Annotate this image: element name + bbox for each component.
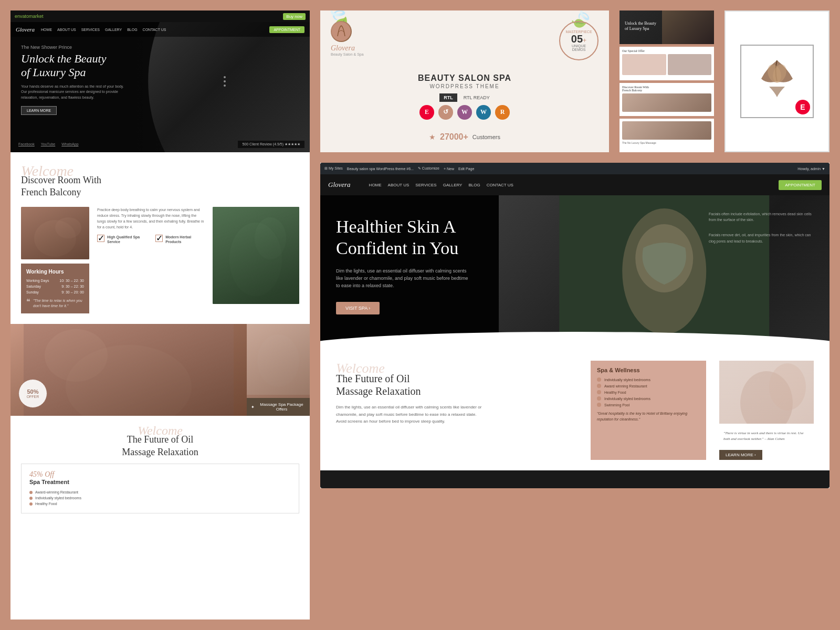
sale-dot-2 [29,497,33,500]
nav-logo: Glovera [16,26,35,33]
spa-dot-2 [597,384,601,388]
logo-inner: E [740,45,814,118]
admin-new[interactable]: + New [444,167,454,171]
site-nav-gallery[interactable]: GALLERY [443,183,463,187]
offer-label: OFFER [27,395,39,398]
spa-dot-4 [597,396,601,401]
wh-hours-2: 9: 30 – 22: 30 [61,285,84,288]
dot-2 [224,80,226,82]
appointment-button[interactable]: APPOINTMENT [269,26,304,33]
plugin-icons: E ↺ W W R [331,105,598,120]
visit-spa-button[interactable]: VISIT SPA › [336,302,380,314]
hero-social: Facebook YouTube WhatsApp [18,142,79,146]
logo-card: E [724,10,830,152]
main-container: envatomarket Buy now Glovera HOME ABOUT … [0,0,840,630]
site-appointment-button[interactable]: APPOINTMENT [779,180,822,190]
svg-point-6 [255,217,286,259]
site-nav-about[interactable]: ABOUT US [388,183,410,187]
revolution-slider-icon: R [495,105,510,120]
wordpress-icon: W [476,105,491,120]
marketing-middle: BEAUTY SALON SPA WORDPRESS THEME RTL RTL… [331,73,598,119]
customers-row: ★ 27000+ Customers [331,132,598,142]
spa-item-3: Healthy Food [597,390,700,394]
offer-percent: 50% [27,388,38,395]
offer-badge: 50% OFFER [18,379,47,408]
social-whatsapp[interactable]: WhatsApp [61,142,78,146]
hero-main-content: Healthier Skin AConfident in You Dim the… [336,216,472,314]
social-youtube[interactable]: YouTube [41,142,56,146]
hero-main-title: Healthier Skin AConfident in You [336,216,472,259]
wh-hours-1: 10: 30 – 22: 30 [59,279,84,282]
hero-main: Healthier Skin AConfident in You Dim the… [320,195,830,348]
hero-main-desc: Dim the lights, use an essential oil dif… [336,267,472,290]
spa-item-1: Individually styled bedrooms [597,377,700,382]
sale-card: 45% Off Spa Treatment Award-winning Rest… [21,464,299,513]
sale-item-1: Award-winning Restaurant [29,489,291,495]
nav-home[interactable]: HOME [41,28,52,32]
admin-edit[interactable]: Edit Page [458,167,474,171]
preview-thumb-4: The No Luxury Spa Massage [620,119,714,152]
svg-rect-7 [213,207,299,304]
admin-customize[interactable]: ✎ Customize [418,166,439,171]
site-nav-logo: Glovera [328,181,351,189]
spa-item-2: Award winning Restaurant [597,384,700,388]
wh-day-1: Working Days [26,279,49,282]
svg-point-2 [55,217,81,238]
quote-box: "There is virtue in work and there is vi… [719,426,814,446]
glovera-tagline: Beauty Salon & Spa [331,52,364,56]
hero-section: envatomarket Buy now Glovera HOME ABOUT … [10,10,310,152]
admin-beauty-salon[interactable]: Beauty salon spa WordPress theme #6... [347,167,414,171]
learn-more-button[interactable]: LEARN MORE › [719,450,762,460]
middle-text: Practice deep body breathing to calm you… [97,207,205,314]
site-nav-blog[interactable]: BLOG [468,183,480,187]
site-nav-services[interactable]: SERVICES [415,183,436,187]
refresh-icon: ↺ [438,105,453,120]
spa-right-svg [213,207,299,304]
nav-services[interactable]: SERVICES [81,28,100,32]
spa-image-top [21,207,89,259]
feature-icon-2: ✓ [155,235,163,242]
right-top-row: 🍃 🍃 Glovera Beauty Salon & Spa [320,10,830,152]
sale-items: Award-winning Restaurant Individually st… [29,489,291,507]
future-img-box [719,361,814,424]
spa-item-text-1: Individually styled bedrooms [604,378,650,382]
spa-dot-5 [597,403,601,407]
admin-my-sites[interactable]: ⊞ My Sites [324,166,343,171]
wh-day-3: Sunday [26,290,39,294]
marketing-card: 🍃 🍃 Glovera Beauty Salon & Spa [320,10,609,152]
hero-subtitle: The New Shower Prince [21,45,126,50]
hero-title: Unlock the Beautyof Luxury Spa [21,52,126,80]
hero-top-bar: envatomarket Buy now [10,10,310,22]
site-nav-home[interactable]: HOME [369,183,382,187]
massage-package-button[interactable]: ✦ Massage Spa Package Offers [247,398,310,416]
feature-2: ✓ Modern Herbal Products [155,235,205,244]
photo-strip: 50% OFFER ✦ [10,324,310,416]
site-nav-contact[interactable]: CONTACT US [487,183,513,187]
nav-contact[interactable]: CONTACT US [143,28,166,32]
svg-rect-3 [21,207,89,259]
social-facebook[interactable]: Facebook [18,142,35,146]
nav-blog[interactable]: BLOG [127,28,137,32]
try-now-button[interactable]: Buy now [283,13,306,20]
wh-quote-text: "The time to relax is when you don't hav… [33,298,84,309]
right-bottom: ⊞ My Sites Beauty salon spa WordPress th… [320,163,830,488]
preview-thumb-2: Our Special Offer [620,47,714,80]
feature-text-2: Modern Herbal Products [165,235,205,244]
nav-about[interactable]: ABOUT US [57,28,76,32]
preview-thumbnails: Unlock the Beautyof Luxury Spa Our Speci… [620,10,714,152]
nav-gallery[interactable]: GALLERY [105,28,122,32]
star-icon: ★ [429,133,436,142]
admin-howdy: Howdy, admin ▼ [797,167,825,171]
svg-rect-8 [24,324,234,416]
wordpress-theme-text: WORDPRESS THEME [331,83,598,89]
hero-learn-more-button[interactable]: LEARN MORE [21,106,57,115]
wh-hours-3: 9: 30 – 20: 00 [61,290,84,294]
content-grid: Working Hours Working Days 10: 30 – 22: … [10,207,310,324]
future-img-svg [719,361,814,424]
hero-side-text: Facials often include exfoliation, which… [709,211,814,244]
feature-text-1: High Qualified Spa Service [107,235,150,244]
photo-left: 50% OFFER [10,324,247,416]
glovera-svg-logo [331,22,351,41]
preview-thumb-1: Unlock the Beautyof Luxury Spa [620,10,714,44]
right-image-col [213,207,299,314]
